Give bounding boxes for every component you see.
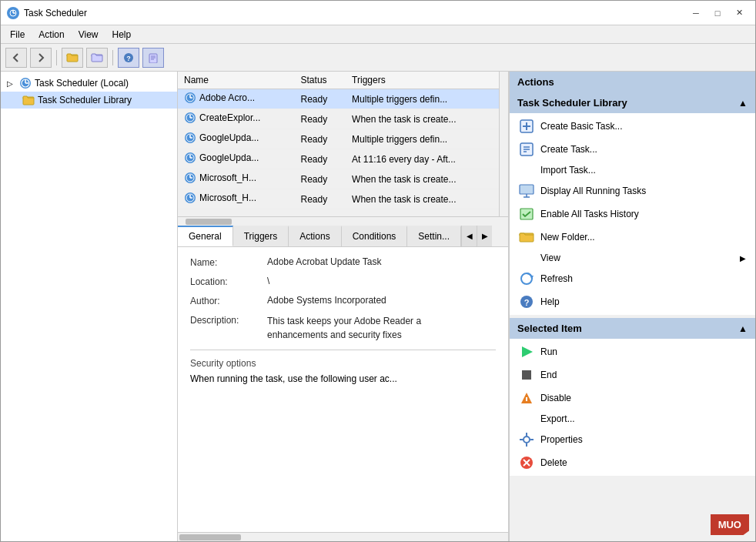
detail-location-row: Location: \	[190, 276, 496, 287]
create-task-icon	[519, 142, 534, 157]
action-item[interactable]: Properties	[510, 428, 755, 451]
help-icon: ?	[519, 294, 534, 309]
detail-author-row: Author: Adobe Systems Incorporated	[190, 295, 496, 306]
task-name-cell: GoogleUpda...	[178, 129, 295, 149]
task-triggers-cell: Multiple triggers defin...	[346, 89, 499, 109]
tab-general[interactable]: General	[178, 226, 233, 246]
tab-nav-right[interactable]: ▶	[477, 226, 492, 246]
detail-content: Name: Adobe Acrobat Update Task Location…	[178, 247, 508, 532]
folder-button[interactable]	[62, 48, 83, 68]
action-label: Create Basic Task...	[540, 121, 623, 132]
author-label: Author:	[190, 295, 267, 306]
help-icon-button[interactable]: ?	[118, 48, 139, 68]
col-triggers[interactable]: Triggers	[346, 72, 499, 89]
task-icon	[184, 152, 196, 164]
action-label: Create Task...	[540, 144, 597, 155]
svg-marker-57	[522, 346, 533, 357]
task-icon	[184, 132, 196, 144]
tab-conditions[interactable]: Conditions	[342, 226, 408, 246]
task-triggers-cell: When the task is create...	[346, 189, 499, 209]
action-item[interactable]: ?Help	[510, 290, 755, 313]
library-folder-icon	[22, 94, 35, 106]
expand-icon: ▷	[7, 79, 16, 88]
task-table: Name Status Triggers Adobe Acro... Ready…	[178, 72, 499, 209]
action-item[interactable]: Disable	[510, 386, 755, 410]
actions-header: Actions	[510, 72, 755, 92]
submenu-arrow: ▶	[740, 254, 746, 263]
menu-action[interactable]: Action	[32, 28, 70, 42]
task-row[interactable]: GoogleUpda... ReadyAt 11:16 every day - …	[178, 149, 499, 169]
section1-collapse[interactable]: ▲	[738, 98, 748, 109]
muo-badge: MUO	[711, 514, 749, 535]
section1-header[interactable]: Task Scheduler Library ▲	[510, 92, 755, 113]
tab-bar: General Triggers Actions Conditions Sett…	[178, 226, 508, 247]
task-triggers-cell: Multiple triggers defin...	[346, 129, 499, 149]
toolbar-separator-1	[56, 50, 57, 65]
tab-triggers[interactable]: Triggers	[233, 226, 289, 246]
action-item[interactable]: Refresh	[510, 267, 755, 290]
task-status-cell: Ready	[295, 189, 346, 209]
action-item[interactable]: Enable All Tasks History	[510, 202, 755, 226]
action-item[interactable]: Display All Running Tasks	[510, 179, 755, 202]
task-triggers-cell: When the task is create...	[346, 169, 499, 189]
tree-root-item[interactable]: ▷ Task Scheduler (Local)	[1, 75, 177, 92]
maximize-button[interactable]: □	[707, 5, 728, 21]
name-label: Name:	[190, 256, 267, 268]
action-item[interactable]: View▶	[510, 249, 755, 267]
action-item[interactable]: Run	[510, 340, 755, 363]
enable-icon	[519, 206, 534, 222]
action-label: View	[540, 253, 560, 263]
menu-file[interactable]: File	[4, 28, 31, 42]
folder2-button[interactable]	[86, 48, 108, 68]
app-icon	[7, 7, 19, 19]
task-status-cell: Ready	[295, 149, 346, 169]
detail-hscrollbar[interactable]	[178, 532, 508, 541]
section1-list: Create Basic Task...Create Task...Import…	[510, 113, 755, 315]
location-label: Location:	[190, 276, 267, 287]
svg-marker-54	[530, 276, 534, 279]
description-value: This task keeps your Adobe Reader a enha…	[267, 314, 496, 342]
col-status[interactable]: Status	[295, 72, 346, 89]
author-value: Adobe Systems Incorporated	[267, 295, 496, 306]
forward-button[interactable]	[30, 48, 52, 68]
task-icon	[184, 192, 196, 204]
action-item[interactable]: Export...	[510, 410, 755, 428]
action-label: Properties	[540, 434, 583, 445]
task-table-container: Name Status Triggers Adobe Acro... Ready…	[178, 72, 508, 216]
task-row[interactable]: GoogleUpda... ReadyMultiple triggers def…	[178, 129, 499, 149]
col-name[interactable]: Name	[178, 72, 295, 89]
task-status-cell: Ready	[295, 169, 346, 189]
refresh-icon	[519, 271, 534, 286]
task-row[interactable]: Adobe Acro... ReadyMultiple triggers def…	[178, 89, 499, 109]
security-title: Security options	[190, 358, 496, 369]
actions-panel: Actions Task Scheduler Library ▲ Create …	[509, 72, 755, 541]
toolbar: ?	[1, 44, 755, 72]
tree-library-item[interactable]: Task Scheduler Library	[1, 92, 177, 109]
action-item[interactable]: Create Basic Task...	[510, 115, 755, 138]
close-button[interactable]: ✕	[729, 5, 749, 21]
menu-view[interactable]: View	[72, 28, 105, 42]
task-table-scroll[interactable]: Name Status Triggers Adobe Acro... Ready…	[178, 72, 499, 216]
action-item[interactable]: New Folder...	[510, 226, 755, 249]
tab-nav-left[interactable]: ◀	[461, 226, 477, 246]
task-name-cell: Microsoft_H...	[178, 189, 295, 209]
task-list-vscrollbar[interactable]	[499, 72, 508, 216]
section2-collapse[interactable]: ▲	[738, 323, 748, 334]
task-list-hscrollbar[interactable]	[178, 216, 508, 226]
tab-settings[interactable]: Settin...	[407, 226, 461, 246]
action-item[interactable]: Create Task...	[510, 138, 755, 161]
action-item[interactable]: Import Task...	[510, 161, 755, 179]
tab-actions[interactable]: Actions	[289, 226, 341, 246]
properties-icon-button[interactable]	[142, 48, 164, 68]
task-row[interactable]: CreateExplor... ReadyWhen the task is cr…	[178, 109, 499, 129]
menu-help[interactable]: Help	[106, 28, 138, 42]
action-label: Export...	[540, 413, 575, 424]
minimize-button[interactable]: ─	[686, 5, 706, 21]
center-panel: Name Status Triggers Adobe Acro... Ready…	[178, 72, 509, 541]
task-row[interactable]: Microsoft_H... ReadyWhen the task is cre…	[178, 189, 499, 209]
action-item[interactable]: Delete	[510, 451, 755, 474]
back-button[interactable]	[5, 48, 27, 68]
action-item[interactable]: End	[510, 363, 755, 386]
task-row[interactable]: Microsoft_H... ReadyWhen the task is cre…	[178, 169, 499, 189]
section2-header[interactable]: Selected Item ▲	[510, 318, 755, 339]
